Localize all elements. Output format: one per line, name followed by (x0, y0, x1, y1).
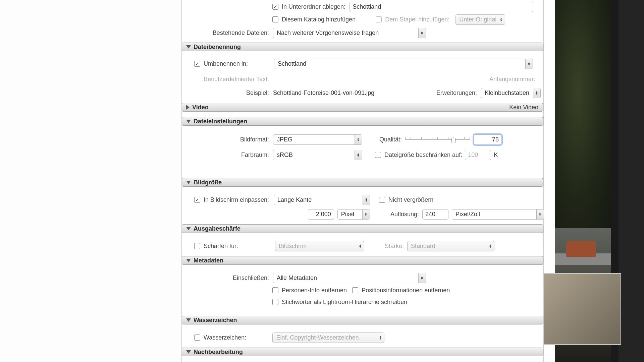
stack-position-value: Unter Original (459, 16, 496, 23)
sharpen-for-label: Schärfen für: (204, 243, 238, 250)
subfolder-checkbox[interactable] (272, 4, 278, 10)
metadata-include-select[interactable]: Alle Metadaten ▲▼ (273, 273, 426, 283)
dimension-input[interactable] (308, 209, 334, 220)
watermark-value: Einf. Copyright-Wasserzeichen (276, 334, 359, 341)
dont-enlarge-label: Nicht vergrößern (388, 196, 433, 203)
section-file-naming[interactable]: Dateibenennung (182, 43, 543, 51)
color-space-value: sRGB (277, 152, 293, 159)
chevron-right-icon (186, 105, 190, 110)
section-title: Video (192, 104, 209, 111)
limit-size-input (465, 150, 491, 160)
example-label: Beispiel: (182, 89, 269, 97)
section-title: Dateibenennung (194, 44, 241, 51)
section-title: Nachbearbeitung (194, 349, 243, 356)
chevron-down-icon (186, 318, 191, 322)
preview-car (566, 241, 596, 257)
section-image-sizing[interactable]: Bildgröße (182, 178, 543, 187)
resolution-input[interactable] (422, 209, 448, 220)
updown-icon: ▲▼ (357, 153, 360, 157)
add-to-catalog-checkbox[interactable] (272, 16, 278, 22)
section-video[interactable]: Video Kein Video (182, 103, 543, 112)
dimension-unit-select[interactable]: Pixel ▲▼ (337, 209, 370, 220)
custom-text-label: Benutzerdefinierter Text: (182, 76, 269, 83)
updown-icon: ▲▼ (527, 62, 531, 66)
stack-position-select: Unter Original ▲▼ (455, 14, 505, 25)
extensions-value: Kleinbuchstaben (485, 89, 529, 97)
extensions-label: Erweiterungen: (436, 89, 477, 97)
section-title: Dateieinstellungen (194, 118, 247, 125)
resolution-unit-value: Pixel/Zoll (455, 211, 480, 218)
color-space-label: Farbraum: (182, 152, 269, 159)
remove-location-label: Positionsinformationen entfernen (362, 287, 450, 294)
section-post-processing[interactable]: Nachbearbeitung (182, 348, 543, 356)
dimension-unit-value: Pixel (341, 211, 354, 218)
sharpen-amount-select: Standard ▲▼ (407, 241, 494, 251)
keywords-hierarchy-label: Stichwörter als Lightroom-Hierarchie sch… (282, 299, 407, 306)
metadata-include-label: Einschließen: (182, 275, 269, 282)
limit-size-unit: K (494, 152, 498, 159)
resize-to-fit-label: In Bildschirm einpassen: (204, 196, 269, 203)
existing-files-select[interactable]: Nach weiterer Vorgehensweise fragen ▲▼ (273, 28, 426, 38)
section-title: Metadaten (194, 257, 223, 264)
section-title: Bildgröße (194, 179, 222, 186)
chevron-down-icon (186, 259, 191, 262)
keywords-hierarchy-checkbox[interactable] (272, 299, 278, 305)
chevron-down-icon (186, 120, 191, 123)
section-watermark[interactable]: Wasserzeichen (182, 316, 543, 324)
sharpen-for-checkbox[interactable] (194, 243, 200, 249)
image-format-select[interactable]: JPEG ▲▼ (273, 134, 362, 145)
add-to-catalog-label: Diesem Katalog hinzufügen (282, 16, 356, 23)
rename-checkbox[interactable] (194, 61, 200, 67)
updown-icon: ▲▼ (535, 91, 538, 95)
start-number-label: Anfangsnummer: (489, 76, 535, 83)
quality-input[interactable] (474, 134, 502, 145)
subfolder-label: In Unterordner ablegen: (282, 3, 345, 10)
updown-icon: ▲▼ (365, 198, 368, 202)
remove-people-label: Personen-Info entfernen (282, 287, 347, 294)
subfolder-input[interactable] (350, 2, 533, 12)
color-space-select[interactable]: sRGB ▲▼ (273, 150, 362, 160)
fit-mode-select[interactable]: Lange Kante ▲▼ (274, 195, 370, 205)
extensions-select[interactable]: Kleinbuchstaben ▲▼ (481, 88, 541, 98)
rename-preset-select[interactable]: Schottland ▲▼ (274, 59, 533, 69)
section-output-sharpening[interactable]: Ausgabeschärfe (182, 224, 543, 233)
watermark-select: Einf. Copyright-Wasserzeichen ▲▼ (272, 333, 384, 343)
dont-enlarge-checkbox[interactable] (379, 197, 385, 203)
updown-icon: ▲▼ (364, 212, 368, 216)
updown-icon: ▲▼ (357, 137, 360, 141)
updown-icon: ▲▼ (379, 336, 382, 340)
updown-icon: ▲▼ (538, 212, 542, 216)
limit-size-checkbox[interactable] (375, 152, 381, 158)
updown-icon: ▲▼ (359, 244, 362, 248)
fit-mode-value: Lange Kante (277, 196, 312, 203)
watermark-label: Wasserzeichen: (204, 334, 246, 341)
image-format-value: JPEG (277, 136, 292, 143)
existing-files-value: Nach weiterer Vorgehensweise fragen (277, 29, 379, 37)
add-to-stack-checkbox (376, 16, 382, 22)
quality-slider[interactable] (405, 136, 470, 143)
video-status: Kein Video (509, 104, 538, 111)
updown-icon: ▲▼ (489, 244, 492, 248)
section-metadata[interactable]: Metadaten (182, 256, 543, 265)
add-to-stack-label: Dem Stapel hinzufügen: (385, 16, 449, 23)
resize-to-fit-checkbox[interactable] (194, 197, 200, 203)
remove-people-checkbox[interactable] (272, 287, 278, 293)
chevron-down-icon (186, 181, 191, 184)
example-value: Schottland-Fotoreise-001-von-091.jpg (273, 89, 374, 97)
metadata-include-value: Alle Metadaten (277, 275, 317, 282)
resolution-unit-select[interactable]: Pixel/Zoll ▲▼ (452, 209, 544, 220)
quality-label: Qualität: (362, 136, 402, 143)
sharpen-for-value: Bildschirm (279, 243, 307, 250)
watermark-checkbox[interactable] (194, 335, 200, 341)
section-file-settings[interactable]: Dateieinstellungen (182, 117, 543, 126)
remove-location-checkbox[interactable] (352, 287, 358, 293)
rename-label: Umbenennen in: (204, 60, 248, 67)
preview-tree (555, 0, 611, 228)
section-title: Ausgabeschärfe (194, 225, 240, 232)
right-void (619, 0, 644, 362)
left-background (0, 0, 181, 362)
sharpen-for-select: Bildschirm ▲▼ (275, 241, 364, 251)
chevron-down-icon (186, 227, 191, 230)
updown-icon: ▲▼ (499, 17, 503, 21)
limit-size-label: Dateigröße beschränken auf: (384, 152, 462, 159)
